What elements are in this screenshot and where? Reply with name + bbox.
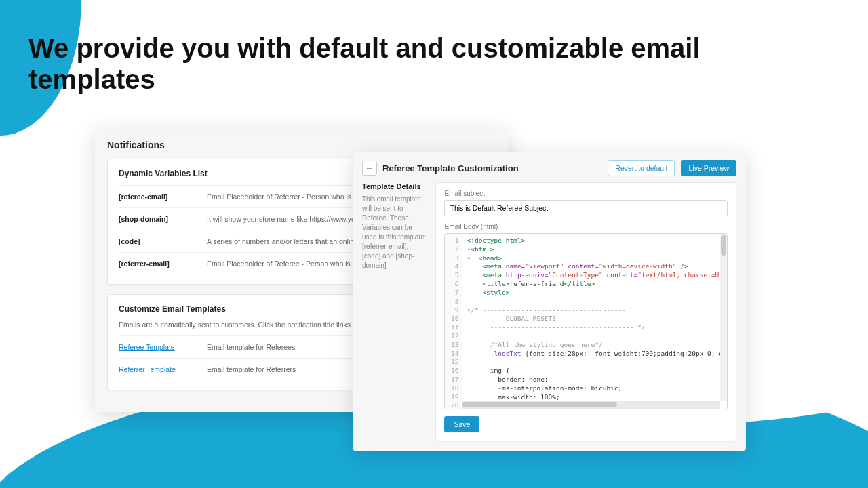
page-headline: We provide you with default and customiz…: [28, 33, 827, 95]
customizer-header: ← Referee Template Customization Revert …: [362, 161, 736, 182]
editor-line-gutter: 1 2 3 4 5 6 7 8 9 10 11 12 13 14 15 16 1…: [445, 234, 462, 409]
email-body-label: Email Body (html): [444, 223, 728, 230]
arrow-left-icon: ←: [366, 163, 374, 173]
variable-key: [shop-domain]: [119, 215, 207, 223]
template-desc: Email template for Referrers: [207, 365, 296, 373]
editor-vertical-scrollbar[interactable]: [720, 234, 727, 401]
variable-key: [referee-email]: [119, 192, 207, 201]
save-button[interactable]: Save: [444, 416, 479, 432]
back-button[interactable]: ←: [362, 161, 377, 176]
editor-code-content[interactable]: <!doctype html> ▾<html> ▾ <head> <meta n…: [462, 234, 727, 409]
html-code-editor[interactable]: 1 2 3 4 5 6 7 8 9 10 11 12 13 14 15 16 1…: [444, 233, 728, 409]
revert-to-default-button[interactable]: Revert to default: [608, 160, 675, 176]
template-editor-main: Email subject Email Body (html) 1 2 3 4 …: [435, 182, 736, 441]
customizer-title: Referee Template Customization: [382, 163, 519, 174]
editor-horizontal-scrollbar[interactable]: [462, 401, 720, 409]
template-desc: Email template for Referees: [207, 343, 295, 351]
template-details-text: This email template will be sent to Refe…: [362, 195, 426, 270]
variable-key: [referrer-email]: [119, 260, 207, 268]
template-details-title: Template Details: [362, 182, 426, 190]
referee-template-link[interactable]: Referee Template: [119, 343, 207, 351]
email-subject-input[interactable]: [444, 200, 728, 216]
referrer-template-link[interactable]: Referrer Template: [119, 365, 207, 373]
variable-key: [code]: [119, 237, 207, 245]
template-customizer-panel: ← Referee Template Customization Revert …: [353, 152, 746, 451]
notifications-title: Notifications: [107, 140, 496, 150]
template-details-sidebar: Template Details This email template wil…: [362, 182, 426, 441]
email-subject-label: Email subject: [444, 190, 728, 197]
live-preview-button[interactable]: Live Preview: [681, 160, 736, 176]
